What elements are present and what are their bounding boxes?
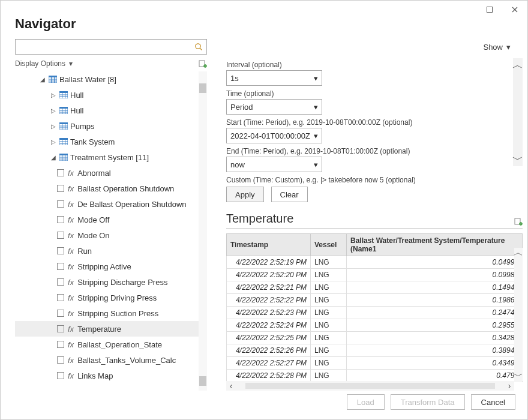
tree-item[interactable]: fxBallast_Operation_State [15, 337, 199, 352]
tree-item[interactable]: fxMode On [15, 227, 199, 243]
scroll-up-arrow[interactable]: ︿ [512, 59, 523, 70]
tree-item[interactable]: ◢Ballast Water [8] [15, 71, 199, 87]
caret-down-icon[interactable]: ◢ [39, 76, 46, 83]
cell-timestamp: 4/22/2022 2:52:25 PM [227, 332, 311, 344]
tree-item[interactable]: ▷Pumps [15, 118, 199, 134]
refresh-preview-icon[interactable] [514, 217, 523, 226]
preview-table-wrap: TimestampVesselBallast Water/Treatment S… [226, 233, 523, 391]
table-row[interactable]: 4/22/2022 2:52:25 PMLNG0.34289 [227, 332, 523, 344]
fx-icon: fx [68, 340, 74, 349]
scroll-up-arrow[interactable]: ︿ [514, 248, 523, 257]
table-row[interactable]: 4/22/2022 2:52:28 PMLNG0.4794 [227, 370, 523, 382]
caret-icon[interactable]: ◢ [50, 154, 57, 161]
table-vscrollbar[interactable]: ︿﹀ [514, 248, 523, 381]
checkbox[interactable] [57, 341, 64, 348]
scroll-up-arrow[interactable] [199, 83, 206, 93]
time-value: Period [230, 103, 253, 112]
tree-item[interactable]: fxTemperature [15, 321, 199, 337]
checkbox[interactable] [57, 278, 64, 286]
cancel-button[interactable]: Cancel [471, 394, 515, 410]
table-row[interactable]: 4/22/2022 2:52:26 PMLNG0.38941 [227, 344, 523, 357]
tree-item[interactable]: ◢Treatment System [11] [15, 149, 199, 165]
clear-button[interactable]: Clear [271, 187, 308, 202]
checkbox[interactable] [57, 232, 64, 239]
table-icon [49, 76, 56, 83]
checkbox[interactable] [57, 169, 64, 176]
scroll-down-arrow[interactable] [199, 376, 206, 386]
tree-item[interactable]: fxAbnormal [15, 165, 199, 181]
table-row[interactable]: 4/22/2022 2:52:23 PMLNG0.24740 [227, 307, 523, 319]
tree-item[interactable]: fxDe Ballast Operation Shutdown [15, 196, 199, 212]
checkbox[interactable] [57, 325, 64, 332]
tree-item[interactable]: fxStripping Driving Press [15, 290, 199, 305]
tree-item[interactable]: fxBallast Operation Shutdown [15, 181, 199, 196]
display-options-label: Display Options [15, 59, 65, 68]
checkbox[interactable] [57, 200, 64, 208]
checkbox[interactable] [57, 216, 64, 223]
form-scrollbar[interactable]: ︿﹀ [513, 58, 523, 166]
interval-value: 1s [230, 74, 239, 83]
caret-icon[interactable]: ▷ [50, 92, 57, 98]
tree-item[interactable]: fxStripping Active [15, 259, 199, 274]
tree-item-label: Temperature [77, 325, 121, 334]
tree-scrollbar[interactable] [199, 71, 207, 391]
svg-rect-5 [49, 76, 57, 77]
table-row[interactable]: 4/22/2022 2:52:27 PMLNG0.43496 [227, 357, 523, 370]
column-header[interactable]: Ballast Water/Treatment System/Temperatu… [347, 234, 523, 256]
scroll-right-arrow[interactable]: › [505, 381, 514, 391]
tree-item-label: Treatment System [11] [70, 153, 149, 162]
tree-item[interactable]: fxStripping Suction Press [15, 305, 199, 321]
interval-combo[interactable]: 1s▾ [226, 70, 322, 86]
table-row[interactable]: 4/22/2022 2:52:24 PMLNG0.29552 [227, 319, 523, 332]
time-combo[interactable]: Period▾ [226, 99, 322, 115]
cell-vessel: LNG [311, 344, 347, 357]
transform-data-button[interactable]: Transform Data [391, 394, 465, 410]
tree-item[interactable]: fxMode Off [15, 212, 199, 227]
end-value: now [230, 160, 245, 169]
scroll-down-arrow[interactable]: ﹀ [514, 371, 523, 381]
table-row[interactable]: 4/22/2022 2:52:22 PMLNG0.19866 [227, 294, 523, 307]
fx-icon: fx [68, 247, 74, 256]
checkbox[interactable] [57, 356, 64, 364]
window-restore-button[interactable] [481, 3, 499, 16]
cell-value: 0.14943 [347, 281, 523, 294]
refresh-icon[interactable] [199, 59, 207, 68]
svg-rect-17 [59, 107, 68, 109]
table-icon [59, 91, 67, 98]
apply-button[interactable]: Apply [226, 187, 264, 202]
start-combo[interactable]: 2022-04-01T00:00:00Z▾ [226, 128, 322, 143]
fx-icon: fx [68, 262, 74, 271]
checkbox[interactable] [57, 247, 64, 254]
column-header[interactable]: Timestamp [227, 234, 311, 256]
table-row[interactable]: 4/22/2022 2:52:19 PMLNG0.04997 [227, 256, 523, 269]
checkbox[interactable] [57, 294, 64, 301]
checkbox[interactable] [57, 185, 64, 192]
display-options-dropdown[interactable]: Display Options ▾ [15, 59, 73, 68]
caret-icon[interactable]: ▷ [50, 139, 57, 145]
load-button[interactable]: Load [347, 394, 385, 410]
checkbox[interactable] [57, 310, 64, 317]
tree-item[interactable]: fxLinks Map [15, 368, 199, 383]
scroll-down-arrow[interactable]: ﹀ [512, 154, 523, 165]
table-hscrollbar[interactable]: ‹ › [226, 381, 514, 391]
tree-item[interactable]: ▷Tank System [15, 134, 199, 149]
tree-item[interactable]: ▷Hull [15, 87, 199, 103]
window-close-button[interactable] [506, 3, 524, 16]
table-row[interactable]: 4/22/2022 2:52:20 PMLNG0.09983 [227, 269, 523, 281]
caret-icon[interactable]: ▷ [50, 123, 57, 130]
column-header[interactable]: Vessel [311, 234, 347, 256]
end-combo[interactable]: now▾ [226, 157, 322, 172]
checkbox[interactable] [57, 263, 64, 270]
caret-icon[interactable]: ▷ [50, 107, 57, 114]
tree-item[interactable]: ▷Hull [15, 103, 199, 118]
tree-item[interactable]: fxRun [15, 243, 199, 259]
table-row[interactable]: 4/22/2022 2:52:21 PMLNG0.14943 [227, 281, 523, 294]
search-icon[interactable] [194, 43, 203, 51]
scroll-left-arrow[interactable]: ‹ [226, 381, 236, 391]
show-dropdown[interactable]: Show [483, 43, 503, 52]
tree-item[interactable]: fxStripping Discharge Press [15, 274, 199, 290]
svg-point-3 [204, 65, 207, 68]
checkbox[interactable] [57, 372, 64, 379]
search-input[interactable] [19, 40, 194, 53]
tree-item[interactable]: fxBallast_Tanks_Volume_Calc [15, 352, 199, 368]
